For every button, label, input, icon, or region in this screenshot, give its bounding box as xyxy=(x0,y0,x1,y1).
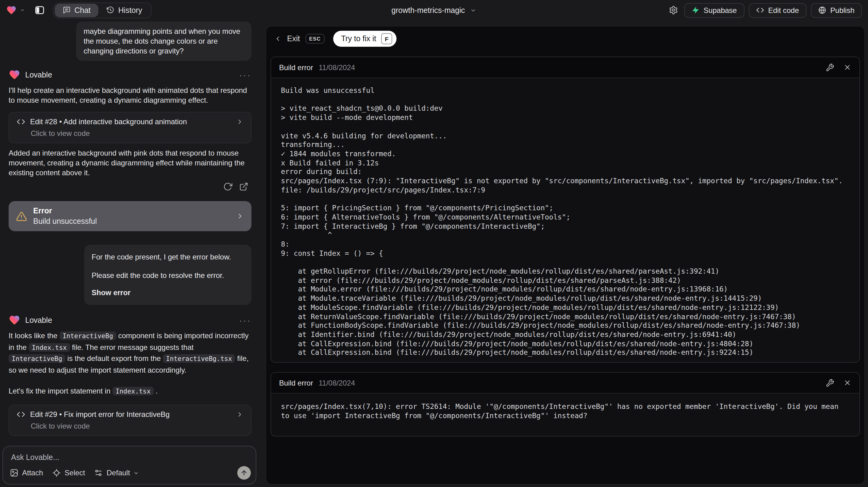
assistant-text-rich: It looks like the InteractiveBg componen… xyxy=(9,330,251,376)
build-error-header: Build error 11/08/2024 xyxy=(271,57,859,78)
build-error-date: 11/08/2024 xyxy=(319,378,355,387)
esc-key-badge: ESC xyxy=(306,34,324,44)
user-message-line: For the code present, I get the error be… xyxy=(92,252,244,262)
refresh-icon[interactable] xyxy=(223,182,232,191)
select-label: Select xyxy=(65,468,85,477)
assistant-text: Added an interactive background with pin… xyxy=(9,148,251,178)
publish-button[interactable]: Publish xyxy=(810,3,862,18)
edit-card-title: Edit #28 • Add interactive background an… xyxy=(30,117,231,126)
build-error-log-text: src/pages/Index.tsx(7,10): error TS2614:… xyxy=(271,394,859,436)
close-icon[interactable] xyxy=(843,63,851,71)
code-icon xyxy=(17,410,25,419)
build-error-title: Build error xyxy=(279,378,313,387)
build-error-actions xyxy=(826,378,851,387)
chat-input-toolbar: Attach Select Default xyxy=(10,466,251,480)
top-bar: Chat History growth-metrics-magic xyxy=(0,0,868,20)
code-icon xyxy=(756,6,764,14)
edit-card-28[interactable]: Edit #28 • Add interactive background an… xyxy=(9,112,251,143)
error-banner-title: Error xyxy=(33,207,230,215)
user-message-line: Please edit the code to resolve the erro… xyxy=(92,271,244,280)
chat-input-placeholder: Ask Lovable... xyxy=(11,453,59,462)
try-to-fix-button[interactable]: Try to fix it F xyxy=(333,31,397,47)
assistant-text-rich: Let's fix the import statement in Index.… xyxy=(9,386,251,397)
send-button[interactable] xyxy=(237,466,251,480)
assistant-name: Lovable xyxy=(25,70,52,79)
chat-input-box[interactable]: Ask Lovable... Attach Select xyxy=(2,446,256,485)
build-error-header: Build error 11/08/2024 xyxy=(271,373,859,394)
edit-card-title: Edit #29 • Fix import error for Interact… xyxy=(30,410,231,419)
chevron-down-icon xyxy=(470,7,476,13)
app-window: Chat History growth-metrics-magic xyxy=(0,0,868,487)
supabase-label: Supabase xyxy=(704,6,737,14)
show-error-link[interactable]: Show error xyxy=(92,288,244,298)
more-options-button[interactable]: ··· xyxy=(239,315,251,325)
edit-card-29[interactable]: Edit #29 • Fix import error for Interact… xyxy=(9,404,251,436)
try-to-fix-label: Try to fix it xyxy=(341,34,376,43)
open-preview-icon[interactable] xyxy=(239,182,248,191)
chevron-down-icon xyxy=(20,7,25,13)
build-error-actions xyxy=(826,63,851,72)
chevron-left-icon xyxy=(274,35,282,42)
warning-triangle-icon xyxy=(16,211,27,222)
chevron-right-icon xyxy=(236,212,244,220)
crosshair-icon xyxy=(52,468,61,477)
preview-header: Exit ESC Try to fix it F xyxy=(266,26,864,47)
exit-button[interactable]: Exit ESC xyxy=(274,34,324,44)
chevron-right-icon xyxy=(236,410,243,418)
supabase-button[interactable]: Supabase xyxy=(684,3,744,18)
build-error-log-text: Build was unsuccessful > vite_react_shad… xyxy=(271,78,859,362)
error-banner[interactable]: Error Build unsuccessful xyxy=(9,201,251,231)
topbar-actions: Supabase Edit code Publish xyxy=(667,3,862,18)
assistant-text: I'll help create an interactive backgrou… xyxy=(9,86,251,105)
user-message: maybe diagramming points and when you mo… xyxy=(76,22,251,61)
build-error-log: Build was unsuccessful > vite_react_shad… xyxy=(271,78,859,362)
exit-label: Exit xyxy=(287,34,300,43)
chevron-down-icon xyxy=(134,470,139,476)
edit-code-button[interactable]: Edit code xyxy=(748,3,806,18)
edit-card-subtitle: Click to view code xyxy=(31,129,243,138)
build-error-log: src/pages/Index.tsx(7,10): error TS2614:… xyxy=(271,394,859,436)
lovable-heart-icon xyxy=(9,314,20,326)
chat-panel: maybe diagramming points and when you mo… xyxy=(0,20,266,487)
tab-chat[interactable]: Chat xyxy=(55,3,99,17)
error-banner-subtitle: Build unsuccessful xyxy=(33,217,230,226)
workspace-menu[interactable] xyxy=(6,5,25,16)
user-message: For the code present, I get the error be… xyxy=(84,245,251,305)
sidebar-toggle-button[interactable] xyxy=(34,5,45,16)
edit-card-subtitle: Click to view code xyxy=(31,422,243,430)
project-title-dropdown[interactable]: growth-metrics-magic xyxy=(392,0,477,20)
settings-button[interactable] xyxy=(667,4,680,17)
preview-panel: Exit ESC Try to fix it F Build error 11/… xyxy=(266,26,865,485)
close-icon[interactable] xyxy=(843,379,851,387)
wrench-icon[interactable] xyxy=(826,63,834,72)
more-options-button[interactable]: ··· xyxy=(239,70,251,80)
build-error-date: 11/08/2024 xyxy=(319,63,355,72)
error-banner-text: Error Build unsuccessful xyxy=(33,207,230,226)
tab-chat-label: Chat xyxy=(74,6,91,14)
globe-icon xyxy=(818,6,826,14)
code-icon xyxy=(17,117,25,126)
assistant-message-header: Lovable ··· xyxy=(9,69,251,81)
sliders-icon xyxy=(94,468,103,477)
select-button[interactable]: Select xyxy=(52,468,85,477)
history-icon xyxy=(107,6,115,14)
assistant-name: Lovable xyxy=(25,316,52,324)
assistant-message-header: Lovable ··· xyxy=(9,314,251,326)
wrench-icon[interactable] xyxy=(826,378,834,387)
build-error-card-2: Build error 11/08/2024 src/pages/Index.t… xyxy=(271,372,860,436)
user-message-text: maybe diagramming points and when you mo… xyxy=(84,27,240,55)
lovable-heart-icon xyxy=(6,5,17,16)
publish-label: Publish xyxy=(830,6,855,14)
build-error-title: Build error xyxy=(279,63,313,72)
edit-card-title-row: Edit #28 • Add interactive background an… xyxy=(17,117,243,126)
arrow-up-icon xyxy=(240,469,248,477)
mode-tab-group: Chat History xyxy=(53,2,152,18)
chat-bubble-icon xyxy=(63,6,71,14)
tab-history[interactable]: History xyxy=(99,3,150,17)
attach-label: Attach xyxy=(22,468,43,477)
panel-left-icon xyxy=(34,5,45,16)
build-error-card-1: Build error 11/08/2024 Build was unsucce… xyxy=(271,57,860,363)
attach-button[interactable]: Attach xyxy=(10,468,43,477)
model-selector[interactable]: Default xyxy=(94,468,139,477)
message-action-row xyxy=(9,182,251,191)
